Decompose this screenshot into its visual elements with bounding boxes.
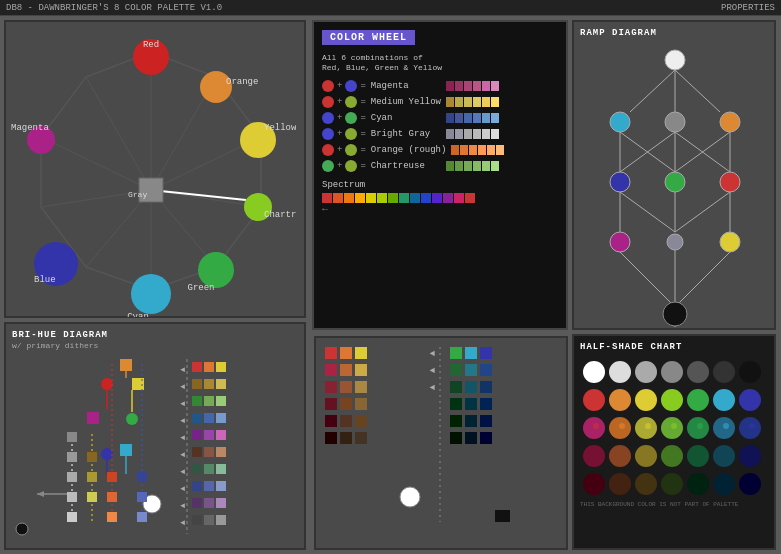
svg-rect-126 <box>480 347 492 359</box>
swatch-cell <box>478 145 486 155</box>
brihue-title: BRI-HUE DIAGRAM <box>12 330 298 340</box>
color-circle-1 <box>322 144 334 156</box>
svg-text:◄: ◄ <box>180 450 185 459</box>
svg-rect-119 <box>340 415 352 427</box>
svg-rect-38 <box>204 396 214 406</box>
svg-rect-120 <box>355 415 367 427</box>
svg-point-74 <box>126 413 138 425</box>
svg-rect-98 <box>87 492 97 502</box>
svg-point-75 <box>101 448 113 460</box>
swatch-cell <box>464 81 472 91</box>
swatch-cell <box>491 81 499 91</box>
plus-sign: + <box>337 161 342 171</box>
center-bottom: ◄ ◄ ◄ <box>314 336 568 550</box>
svg-rect-33 <box>216 362 226 372</box>
svg-rect-111 <box>355 364 367 376</box>
swatch-cell <box>455 81 463 91</box>
swatch-cell <box>482 161 490 171</box>
swatch-cell <box>464 113 472 123</box>
swatch-strip <box>446 81 499 91</box>
svg-point-203 <box>713 445 735 467</box>
swatch-cell <box>473 161 481 171</box>
svg-rect-116 <box>340 398 352 410</box>
svg-text:◄: ◄ <box>180 467 185 476</box>
svg-point-84 <box>16 523 28 535</box>
swatch-cell <box>469 145 477 155</box>
spectrum-cell <box>344 193 354 203</box>
svg-text:Magenta: Magenta <box>11 123 49 133</box>
svg-rect-49 <box>192 464 202 474</box>
svg-point-213 <box>619 423 625 429</box>
halfshade-note: THIS BACKGROUND COLOR IS NOT PART OF PAL… <box>580 501 768 508</box>
svg-rect-58 <box>192 515 202 525</box>
color-circle-2 <box>345 144 357 156</box>
swatch-strip <box>446 129 499 139</box>
combo-row: +=Orange (rough) <box>322 144 558 156</box>
svg-text:Gray: Gray <box>128 190 147 199</box>
svg-rect-47 <box>204 447 214 457</box>
svg-point-210 <box>713 473 735 495</box>
spectrum-strip <box>322 193 558 203</box>
svg-rect-39 <box>216 396 226 406</box>
svg-rect-46 <box>192 447 202 457</box>
swatch-cell <box>446 161 454 171</box>
svg-point-198 <box>583 445 605 467</box>
svg-point-186 <box>635 389 657 411</box>
svg-rect-132 <box>480 381 492 393</box>
svg-rect-129 <box>480 364 492 376</box>
spectrum-cell <box>443 193 453 203</box>
svg-point-183 <box>739 361 761 383</box>
plus-sign: + <box>337 129 342 139</box>
result-label: Magenta <box>371 81 441 91</box>
spectrum-cell <box>366 193 376 203</box>
svg-point-211 <box>739 473 761 495</box>
svg-point-205 <box>583 473 605 495</box>
svg-point-201 <box>661 445 683 467</box>
swatch-cell <box>455 97 463 107</box>
svg-rect-128 <box>465 364 477 376</box>
halfshade-chart-section: HALF-SHADE CHART <box>572 334 776 550</box>
swatch-cell <box>446 129 454 139</box>
eq-sign: = <box>360 81 365 91</box>
svg-rect-100 <box>107 492 117 502</box>
svg-rect-93 <box>67 472 77 482</box>
svg-text:Chartreuse: Chartreuse <box>264 210 296 220</box>
swatch-cell <box>473 113 481 123</box>
spectrum-section: Spectrum ← <box>322 180 558 215</box>
svg-point-218 <box>749 423 755 429</box>
swatch-cell <box>482 97 490 107</box>
svg-text:◄: ◄ <box>180 365 185 374</box>
svg-point-209 <box>687 473 709 495</box>
combo-rows: +=Magenta+=Medium Yellow+=Cyan+=Bright G… <box>322 80 558 172</box>
svg-rect-48 <box>216 447 226 457</box>
plus-sign: + <box>337 81 342 91</box>
svg-rect-104 <box>137 512 147 522</box>
svg-rect-52 <box>192 481 202 491</box>
halfshade-svg <box>580 356 775 496</box>
svg-point-217 <box>723 423 729 429</box>
swatch-cell <box>460 145 468 155</box>
svg-rect-34 <box>192 379 202 389</box>
swatch-cell <box>455 161 463 171</box>
svg-point-161 <box>610 172 630 192</box>
svg-rect-135 <box>480 398 492 410</box>
ramp-diagram-section: RAMP DIAGRAM <box>572 20 776 330</box>
svg-rect-50 <box>204 464 214 474</box>
spectrum-cell <box>377 193 387 203</box>
brihue-diagram-section: BRI-HUE DIAGRAM w/ primary dithers <box>4 322 306 550</box>
spectrum-cell <box>421 193 431 203</box>
svg-rect-140 <box>465 432 477 444</box>
svg-point-190 <box>739 389 761 411</box>
swatch-cell <box>473 81 481 91</box>
brihue-subtitle: w/ primary dithers <box>12 341 298 350</box>
svg-point-72 <box>101 378 113 390</box>
swatch-cell <box>464 161 472 171</box>
svg-rect-112 <box>325 381 337 393</box>
spectrum-cell <box>333 193 343 203</box>
svg-point-17 <box>131 274 171 314</box>
svg-point-179 <box>635 361 657 383</box>
ramp-title: RAMP DIAGRAM <box>580 28 768 38</box>
color-circle-1 <box>322 160 334 172</box>
svg-text:◄: ◄ <box>180 501 185 510</box>
svg-point-145 <box>400 487 420 507</box>
